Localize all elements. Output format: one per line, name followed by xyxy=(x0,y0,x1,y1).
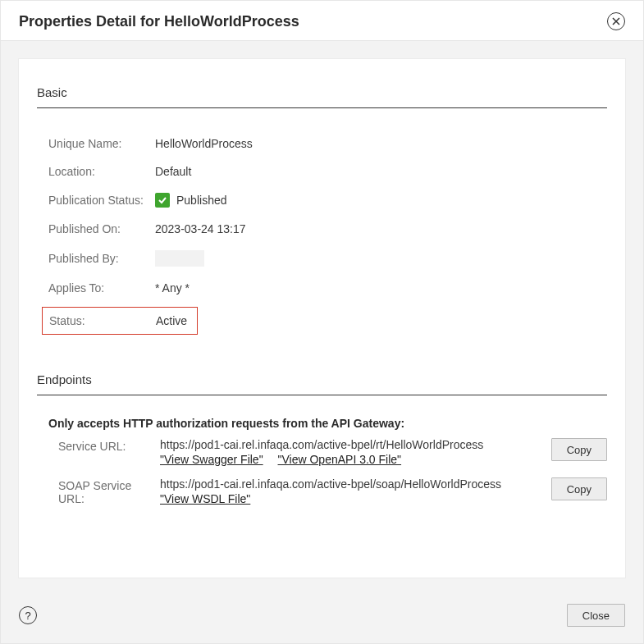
link-view-swagger[interactable]: "View Swagger File" xyxy=(160,453,263,466)
row-published-by: Published By: xyxy=(37,243,607,274)
publication-status-text: Published xyxy=(176,194,227,207)
row-applies-to: Applies To: * Any * xyxy=(37,274,607,302)
value-unique-name: HelloWorldProcess xyxy=(155,137,253,150)
link-view-wsdl[interactable]: "View WSDL File" xyxy=(160,492,250,505)
label-publication-status: Publication Status: xyxy=(48,194,155,207)
dialog-footer: ? Close xyxy=(1,596,643,643)
endpoints-section-title: Endpoints xyxy=(37,372,607,395)
value-publication-status: Published xyxy=(155,193,227,208)
basic-section-title: Basic xyxy=(37,85,607,108)
label-location: Location: xyxy=(48,165,155,178)
row-status-highlighted: Status: Active xyxy=(42,307,198,335)
row-unique-name: Unique Name: HelloWorldProcess xyxy=(37,130,607,158)
label-applies-to: Applies To: xyxy=(48,281,155,295)
row-publication-status: Publication Status: Published xyxy=(37,185,607,215)
redacted-published-by xyxy=(155,250,204,267)
value-soap-url: https://pod1-cai.rel.infaqa.com/active-b… xyxy=(160,477,543,491)
row-location: Location: Default xyxy=(37,158,607,185)
copy-service-url-button[interactable]: Copy xyxy=(551,438,607,461)
row-soap-url: SOAP Service URL: https://pod1-cai.rel.i… xyxy=(37,476,607,507)
dialog-header: Properties Detail for HelloWorldProcess xyxy=(1,1,643,41)
label-service-url: Service URL: xyxy=(58,438,160,453)
endpoints-section: Endpoints Only accepts HTTP authorizatio… xyxy=(37,372,607,507)
close-button[interactable]: Close xyxy=(567,604,625,627)
copy-soap-url-button[interactable]: Copy xyxy=(551,477,607,500)
soap-url-links: "View WSDL File" xyxy=(160,492,543,505)
label-published-on: Published On: xyxy=(48,222,155,235)
endpoints-note: Only accepts HTTP authorization requests… xyxy=(48,417,607,430)
close-icon[interactable] xyxy=(607,12,625,30)
label-published-by: Published By: xyxy=(48,252,155,265)
content-panel: Basic Unique Name: HelloWorldProcess Loc… xyxy=(19,59,625,578)
value-status: Active xyxy=(156,314,187,327)
value-published-on: 2023-03-24 13:17 xyxy=(155,222,246,235)
label-soap-url: SOAP Service URL: xyxy=(58,477,160,505)
value-location: Default xyxy=(155,165,191,178)
check-icon xyxy=(155,193,170,208)
row-published-on: Published On: 2023-03-24 13:17 xyxy=(37,215,607,243)
row-service-url: Service URL: https://pod1-cai.rel.infaqa… xyxy=(37,436,607,468)
help-icon[interactable]: ? xyxy=(19,606,37,624)
value-service-url: https://pod1-cai.rel.infaqa.com/active-b… xyxy=(160,438,543,451)
properties-dialog: Properties Detail for HelloWorldProcess … xyxy=(0,0,644,644)
service-url-links: "View Swagger File" "View OpenAPI 3.0 Fi… xyxy=(160,453,543,466)
value-soap-url-block: https://pod1-cai.rel.infaqa.com/active-b… xyxy=(160,477,551,505)
dialog-title: Properties Detail for HelloWorldProcess xyxy=(19,13,299,30)
dialog-body: Basic Unique Name: HelloWorldProcess Loc… xyxy=(1,41,643,596)
value-published-by xyxy=(155,250,204,267)
link-view-openapi[interactable]: "View OpenAPI 3.0 File" xyxy=(278,453,402,466)
value-service-url-block: https://pod1-cai.rel.infaqa.com/active-b… xyxy=(160,438,551,466)
label-status: Status: xyxy=(49,314,156,327)
help-glyph: ? xyxy=(25,610,30,622)
label-unique-name: Unique Name: xyxy=(48,137,155,150)
value-applies-to: * Any * xyxy=(155,281,190,295)
